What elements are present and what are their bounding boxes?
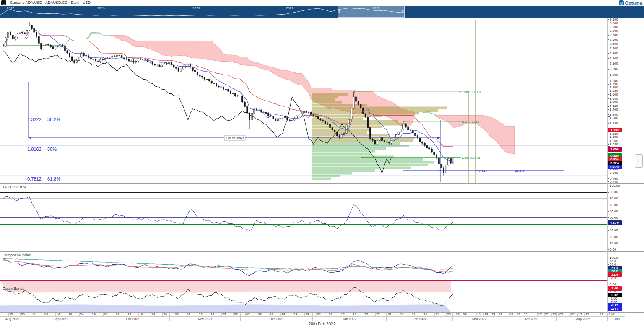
ichimoku-cloud (3, 32, 112, 45)
day-tick-line (210, 312, 210, 316)
panel-divider[interactable] (0, 251, 644, 252)
axis-tick: 2.900 (607, 26, 618, 29)
volume-profile-bar (312, 169, 375, 172)
rsi-chart-canvas[interactable]: 14 Period RSI (0, 183, 607, 251)
composite-index-canvas[interactable]: Composite Index (0, 251, 607, 280)
candle-body (332, 127, 333, 130)
candle-body (405, 124, 406, 127)
month-cell: Oct 2021 (96, 317, 169, 321)
year-divider (96, 6, 96, 18)
day-tick-label: 17 (538, 313, 542, 316)
candle-body (232, 93, 234, 94)
day-tick-line (127, 312, 127, 316)
axis-tick: 50.00 (607, 216, 618, 220)
date-axis[interactable]: 2530Aug 2021040914192429Sep 202104091419… (0, 312, 644, 321)
candle-body (291, 120, 293, 121)
candle-body (398, 132, 399, 134)
day-tick-line (462, 312, 462, 316)
volume-profile-bar (312, 129, 371, 131)
candle-body (306, 111, 307, 112)
chart-type-icon[interactable] (1, 0, 6, 5)
candle-body (138, 59, 139, 62)
axis-tick: 2.600 (607, 38, 618, 41)
day-tick-line (91, 312, 91, 316)
price-chart-canvas[interactable]: 1.322238.2%1.016350%0.781261.8%175 cal d… (0, 18, 607, 183)
day-tick-line (558, 312, 559, 316)
candle-body (130, 61, 132, 61)
candle-body (93, 59, 94, 59)
collapse-panel-button[interactable]: ‹ (635, 154, 643, 168)
axis-tick: 80.00 (607, 197, 618, 200)
composite-axis[interactable]: 100.080.060.040.020.00.0-20.051.338.221.… (607, 251, 644, 280)
volume-profile-bar (312, 178, 331, 180)
candle-body (358, 101, 359, 105)
rsi-axis[interactable]: 100.0090.0080.0070.0060.0050.0040.0030.0… (607, 183, 644, 251)
candle-body (263, 112, 264, 112)
anchor-dot (476, 170, 477, 171)
selection-handle-right[interactable] (402, 10, 404, 13)
extension-618-percent: 61.8% (515, 169, 525, 173)
sparkline-path (0, 8, 405, 16)
axis-tick: 2.100 (607, 62, 618, 65)
day-tick-label: 04 (104, 313, 108, 316)
candle-body (128, 59, 130, 61)
month-cell: Nov 2021 (169, 317, 240, 321)
candle-body (258, 110, 260, 110)
axis-tick: 1.900 (607, 73, 618, 77)
anchor-dot (459, 121, 460, 122)
volume-profile-bar (312, 147, 386, 150)
day-tick-label: 17 (585, 313, 589, 316)
day-tick-label: 03 (175, 313, 179, 316)
candle-body (353, 97, 354, 108)
candle-body (294, 119, 295, 120)
day-tick-label: 18 (484, 313, 488, 316)
candle-body (8, 32, 9, 38)
candle-body (445, 165, 447, 173)
candle-body (244, 102, 245, 107)
volume-profile-bar (312, 107, 447, 109)
day-tick-line (233, 312, 234, 316)
axis-tick: 3.000 (607, 22, 618, 25)
price-plot-group (3, 22, 514, 180)
month-cell: Apr 2022 (506, 317, 556, 321)
candle-body (126, 59, 127, 59)
day-tick-label: 08 (187, 313, 190, 316)
value-label-box: 0.32 (608, 293, 622, 297)
fib-percent-label: 50% (47, 147, 57, 152)
candle-body (204, 77, 205, 80)
day-tick-line (606, 312, 606, 316)
candle-body (175, 67, 177, 68)
month-divider (240, 312, 241, 321)
candle-body (389, 142, 390, 143)
day-tick-label: 08 (258, 313, 262, 316)
selection-handle-left[interactable] (338, 10, 340, 13)
optex-bands-canvas[interactable]: Optex Bands (0, 280, 607, 312)
candle-body (55, 46, 56, 49)
day-tick-label: 29 (92, 313, 96, 316)
value-label-box: 1.193 (608, 128, 622, 132)
candle-body (415, 133, 416, 136)
optex-upper-band (0, 281, 451, 292)
day-tick-label: 04 (33, 313, 36, 316)
candle-body (424, 143, 425, 145)
axis-tick: 70.00 (607, 204, 618, 207)
volume-profile-bar (312, 96, 338, 98)
day-tick-line (138, 312, 139, 316)
candle-body (26, 31, 28, 34)
volume-profile-bar (312, 156, 394, 158)
month-cell: Dec 2021 (240, 317, 312, 321)
candle-body (81, 53, 82, 57)
panel-divider[interactable] (0, 183, 644, 184)
rsi-panel-title: 14 Period RSI (3, 185, 26, 189)
candle-body (161, 65, 163, 66)
timeline-navigator[interactable]: 20172019202020212022 (0, 6, 644, 18)
optex-axis[interactable]: 3.002.001.000.00-1.00-2.00-3.00-4.002.46… (607, 280, 644, 312)
candle-body (67, 51, 68, 53)
day-tick-line (304, 312, 305, 316)
anchor-dot (459, 157, 460, 158)
candle-body (50, 45, 51, 46)
candle-body (156, 65, 158, 65)
panel-divider[interactable] (0, 280, 644, 280)
day-tick-line (411, 312, 411, 316)
day-tick-label: 25 (9, 313, 13, 316)
